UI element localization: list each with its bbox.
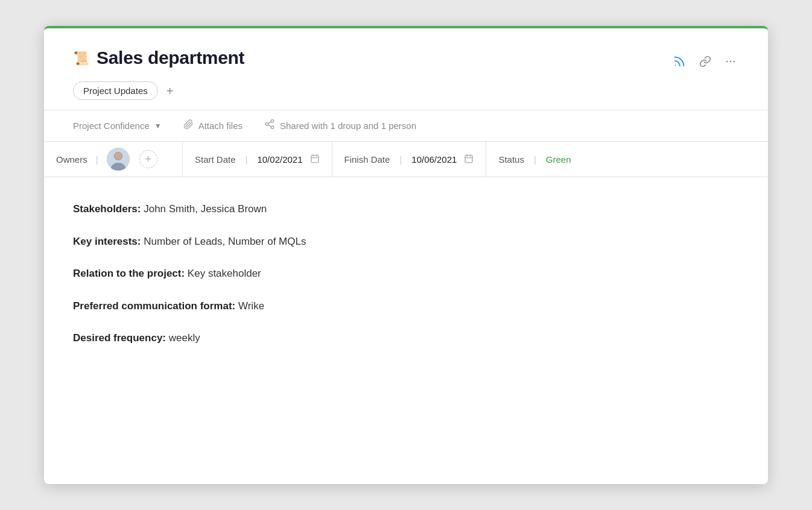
finish-date-label: Finish Date — [344, 154, 390, 165]
communication-label: Preferred communication format: — [73, 300, 235, 312]
frequency-label: Desired frequency: — [73, 332, 166, 344]
start-date-cell: Start Date | 10/02/2021 — [183, 142, 332, 177]
attach-files-item[interactable]: Attach files — [183, 119, 243, 133]
stakeholders-value: John Smith, Jessica Brown — [144, 203, 267, 215]
header-actions — [670, 52, 739, 71]
frequency-row: Desired frequency: weekly — [73, 330, 739, 346]
calendar-icon-start[interactable] — [310, 154, 320, 165]
start-date-label: Start Date — [195, 154, 236, 165]
svg-point-1 — [726, 61, 728, 63]
communication-row: Preferred communication format: Wrike — [73, 298, 739, 314]
share-icon — [264, 119, 275, 133]
main-window: 📜 Sales department — [44, 26, 768, 484]
content-area: Stakeholders: John Smith, Jessica Brown … — [44, 177, 768, 370]
key-interests-label: Key interests: — [73, 236, 141, 247]
svg-line-8 — [268, 122, 271, 124]
svg-line-7 — [268, 125, 271, 127]
owners-label: Owners — [56, 154, 87, 165]
key-interests-value: Number of Leads, Number of MQLs — [144, 236, 306, 247]
rss-button[interactable] — [670, 52, 688, 71]
finish-date-cell: Finish Date | 10/06/2021 — [332, 142, 487, 177]
attach-files-label: Attach files — [198, 121, 243, 131]
frequency-value: weekly — [169, 332, 200, 344]
header: 📜 Sales department — [44, 28, 768, 71]
page-title: Sales department — [97, 48, 244, 68]
relation-label: Relation to the project: — [73, 268, 185, 279]
stakeholders-row: Stakeholders: John Smith, Jessica Brown — [73, 201, 739, 217]
title-row: 📜 Sales department — [73, 48, 244, 68]
svg-point-12 — [115, 153, 122, 160]
shared-label: Shared with 1 droup and 1 person — [280, 121, 416, 131]
tabs-row: Project Updates + — [44, 71, 768, 100]
status-value: Green — [546, 154, 571, 165]
status-cell: Status | Green — [486, 142, 768, 177]
finish-date-value: 10/06/2021 — [411, 154, 457, 165]
key-interests-row: Key interests: Number of Leads, Number o… — [73, 234, 739, 250]
calendar-icon-finish[interactable] — [464, 154, 474, 165]
fields-row: Owners | + Start Date | 10/02/2021 — [44, 142, 768, 177]
avatar — [107, 148, 130, 171]
add-owner-button[interactable]: + — [139, 150, 157, 168]
relation-value: Key stakeholder — [188, 268, 261, 279]
tab-project-updates[interactable]: Project Updates — [73, 81, 158, 100]
paperclip-icon — [183, 119, 194, 133]
confidence-label: Project Confidence — [73, 121, 150, 131]
doc-icon: 📜 — [73, 51, 89, 66]
svg-rect-14 — [311, 155, 319, 162]
relation-row: Relation to the project: Key stakeholder — [73, 266, 739, 282]
start-date-value: 10/02/2021 — [257, 154, 302, 165]
more-button[interactable] — [722, 53, 739, 70]
link-button[interactable] — [697, 53, 714, 70]
svg-rect-18 — [465, 155, 472, 162]
svg-point-3 — [734, 61, 735, 63]
communication-value: Wrike — [238, 300, 264, 312]
svg-point-0 — [675, 65, 676, 66]
stakeholders-label: Stakeholders: — [73, 203, 141, 215]
status-label: Status — [498, 154, 524, 165]
shared-item[interactable]: Shared with 1 droup and 1 person — [264, 119, 416, 133]
svg-point-2 — [730, 61, 732, 63]
toolbar-row: Project Confidence ▼ Attach files — [44, 110, 768, 142]
owners-separator: | — [96, 154, 98, 165]
add-tab-button[interactable]: + — [163, 84, 177, 98]
project-confidence-item[interactable]: Project Confidence ▼ — [73, 121, 162, 131]
owners-cell: Owners | + — [44, 142, 183, 177]
chevron-down-icon: ▼ — [154, 122, 162, 130]
